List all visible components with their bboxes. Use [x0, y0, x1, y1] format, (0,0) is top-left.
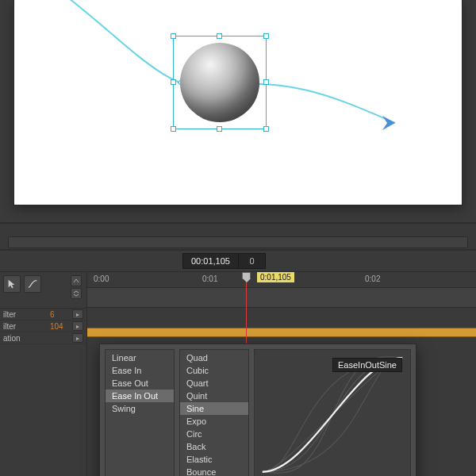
viewport[interactable]: [14, 0, 462, 205]
easing-func-sine[interactable]: Sine: [180, 402, 248, 415]
filter-go-button[interactable]: ▸: [72, 321, 83, 331]
curve-icon: [27, 278, 38, 290]
curve-tool-button[interactable]: [24, 275, 41, 293]
time-readout-value[interactable]: 00:01,105: [182, 253, 239, 269]
filter-row[interactable]: ilter104▸: [0, 321, 86, 332]
ruler-tick: 0:01: [202, 274, 217, 283]
resize-handle-tm[interactable]: [217, 33, 222, 39]
resize-handle-br[interactable]: [263, 126, 269, 132]
time-readout-row: 00:01,105 0: [0, 251, 476, 271]
easing-type-swing[interactable]: Swing: [106, 402, 174, 415]
resize-handle-tl[interactable]: [171, 33, 176, 39]
easing-func-quad[interactable]: Quad: [180, 351, 248, 364]
resize-handle-bm[interactable]: [217, 126, 222, 132]
easing-type-ease-in-out[interactable]: Ease In Out: [106, 390, 174, 402]
expand-nav-button[interactable]: [71, 288, 82, 299]
selection-bounds[interactable]: [173, 36, 267, 129]
range-strip[interactable]: [0, 222, 476, 251]
timeline-left-column: ilter6▸ilter104▸ation▸: [0, 272, 87, 476]
playhead-grip[interactable]: [242, 272, 251, 279]
timeline-tools: [0, 272, 86, 309]
easing-func-circ[interactable]: Circ: [180, 428, 248, 440]
ruler-tick: 0:00: [94, 274, 109, 283]
easing-type-ease-out[interactable]: Ease Out: [106, 377, 174, 390]
filter-label: ilter: [3, 310, 50, 319]
resize-handle-ml[interactable]: [171, 79, 176, 85]
timeline-panel: ilter6▸ilter104▸ation▸ 0:000:010:02 0:01…: [0, 271, 476, 476]
timeline-tracks[interactable]: 0:000:010:02 0:01,105 LinearEase InEase …: [87, 272, 476, 476]
animation-track[interactable]: [87, 328, 476, 337]
filter-value[interactable]: 104: [50, 322, 72, 331]
easing-func-quart[interactable]: Quart: [180, 377, 248, 390]
expand-up-button[interactable]: [71, 275, 82, 286]
easing-func-elastic[interactable]: Elastic: [180, 453, 248, 466]
resize-handle-bl[interactable]: [171, 126, 176, 132]
easing-panel[interactable]: LinearEase InEase OutEase In OutSwing Qu…: [99, 344, 416, 476]
resize-handle-mr[interactable]: [263, 79, 269, 85]
playhead-time-badge: 0:01,105: [257, 272, 294, 282]
filter-go-button[interactable]: ▸: [72, 309, 83, 319]
chevron-updown-icon: [73, 290, 79, 297]
pointer-tool-button[interactable]: [3, 275, 21, 293]
filter-value[interactable]: 6: [50, 310, 72, 319]
easing-type-ease-in[interactable]: Ease In: [106, 364, 174, 377]
sphere-object[interactable]: [180, 43, 259, 122]
easing-curve-label: EaseInOutSine: [332, 358, 402, 372]
timeline-left-body: ilter6▸ilter104▸ation▸: [0, 309, 86, 476]
track-shade: [87, 288, 476, 308]
resize-handle-tr[interactable]: [263, 33, 269, 39]
ruler-tick: 0:02: [365, 274, 380, 283]
filter-go-button[interactable]: ▸: [72, 333, 83, 343]
easing-func-expo[interactable]: Expo: [180, 415, 248, 428]
easing-type-linear[interactable]: Linear: [106, 351, 174, 364]
easing-func-list[interactable]: QuadCubicQuartQuintSineExpoCircBackElast…: [179, 349, 249, 476]
chevron-up-icon: [73, 278, 79, 284]
pointer-icon: [6, 278, 17, 290]
easing-func-cubic[interactable]: Cubic: [180, 364, 248, 377]
easing-func-back[interactable]: Back: [180, 440, 248, 453]
easing-func-quint[interactable]: Quint: [180, 390, 248, 402]
filter-row[interactable]: ilter6▸: [0, 309, 86, 321]
easing-func-bounce[interactable]: Bounce: [180, 466, 248, 476]
filter-label: ation: [3, 334, 50, 343]
filter-label: ilter: [3, 322, 50, 331]
filter-row[interactable]: ation▸: [0, 332, 86, 344]
time-readout[interactable]: 00:01,105 0: [182, 253, 266, 269]
easing-type-list[interactable]: LinearEase InEase OutEase In OutSwing: [105, 349, 175, 476]
easing-curve-preview: EaseInOutSine: [254, 349, 411, 476]
time-readout-secondary[interactable]: 0: [239, 253, 266, 269]
